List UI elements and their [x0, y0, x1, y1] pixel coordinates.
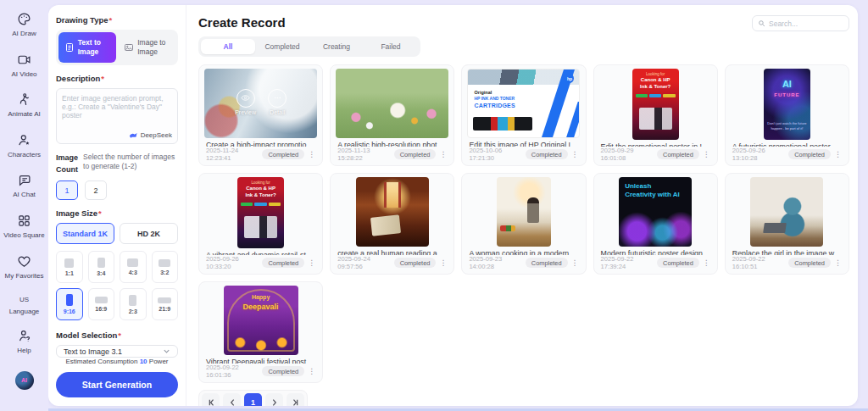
search-input[interactable] — [769, 19, 837, 28]
more-options-icon[interactable]: ⋮ — [571, 151, 579, 158]
ratio-option-1-1[interactable]: 1:1 — [56, 251, 83, 283]
more-options-icon[interactable]: ⋮ — [834, 151, 842, 158]
quality-option-standard-1k[interactable]: Standard 1K — [56, 223, 114, 244]
record-card[interactable]: A realistic,high-resolution photo of a y… — [330, 64, 454, 166]
tab-creating[interactable]: Creating — [309, 39, 364, 54]
ratio-option-21-9[interactable]: 21:9 — [152, 288, 179, 320]
more-options-icon[interactable]: ⋮ — [439, 151, 447, 158]
sidebar-item-characters[interactable]: Characters — [2, 133, 47, 159]
image-count-options: 12 — [56, 181, 178, 200]
sidebar-item-ai-video[interactable]: AI Video — [2, 53, 47, 79]
sidebar-item-label: Video Square — [2, 231, 47, 240]
sidebar: AI DrawAI VideoAnimate AICharactersAI Ch… — [0, 0, 48, 411]
record-card[interactable]: create a real human reading a book in ..… — [330, 173, 454, 275]
ratio-label: 16:9 — [95, 306, 107, 312]
more-options-icon[interactable]: ⋮ — [703, 259, 710, 267]
thumbnail-area: HappyDeepavali — [199, 282, 322, 355]
ratio-option-4-3[interactable]: 4:3 — [120, 251, 147, 283]
required-mark: * — [101, 74, 104, 83]
record-card[interactable]: UnleashCreativity with AIModern futurist… — [593, 173, 718, 275]
user-avatar[interactable]: AI — [15, 371, 34, 390]
image-count-label: Image Count — [56, 153, 78, 175]
sidebar-items: AI DrawAI VideoAnimate AICharactersAI Ch… — [2, 12, 47, 294]
record-datetime: 2025-09-22 17:39:24 — [601, 255, 654, 270]
ratio-shape-icon — [97, 258, 105, 268]
record-footer: 2025-09-23 14:00:28Completed⋮ — [462, 255, 585, 274]
page-title: Create Record — [198, 15, 286, 30]
record-footer: 2025-11-13 15:28:22Completed⋮ — [331, 147, 453, 165]
record-datetime: 2025-10-06 17:21:30 — [469, 147, 521, 162]
record-datetime: 2025-09-23 14:00:28 — [469, 255, 521, 270]
product-graphic — [244, 216, 277, 238]
record-datetime: 2025-09-22 16:10:51 — [732, 255, 785, 270]
record-datetime: 2025-11-13 15:28:22 — [337, 147, 390, 162]
start-generation-button[interactable]: Start Generation — [56, 372, 178, 397]
record-card[interactable]: AIFUTUREDon't just watch the future happ… — [725, 64, 849, 166]
sidebar-item-ai-draw[interactable]: AI Draw — [2, 12, 47, 38]
image-count-option-2[interactable]: 2 — [85, 181, 107, 200]
more-options-icon[interactable]: ⋮ — [703, 151, 710, 158]
thumbnail-area: AIFUTUREDon't just watch the future happ… — [726, 65, 849, 140]
more-options-icon[interactable]: ⋮ — [571, 259, 579, 267]
record-thumbnail — [750, 177, 823, 247]
preview-button[interactable]: Preview — [235, 89, 256, 115]
record-card[interactable]: Replace the girl in the image with a wo.… — [725, 173, 849, 275]
tab-all[interactable]: All — [201, 39, 255, 54]
sidebar-item-animate-ai[interactable]: Animate AI — [2, 92, 47, 119]
sidebar-item-help[interactable]: Help — [2, 329, 47, 355]
drawing-type-image-to-image[interactable]: Image to Image — [119, 32, 176, 63]
sidebar-item-my-favorites[interactable]: My Favorites — [2, 254, 47, 280]
first-page-button[interactable] — [202, 393, 220, 406]
record-card[interactable]: hpOriginalHP INK AND TONERCARTRIDGESEdit… — [461, 64, 586, 166]
record-card[interactable]: HappyDeepavaliVibrant Deepavali festival… — [198, 281, 323, 383]
sidebar-item-label: AI Chat — [2, 191, 47, 199]
record-title: Create a high-impact promotional pos... — [199, 138, 322, 147]
tab-failed[interactable]: Failed — [364, 39, 418, 54]
prev-page-button[interactable] — [223, 393, 241, 406]
more-options-icon[interactable]: ⋮ — [308, 259, 315, 267]
tab-completed[interactable]: Completed — [255, 39, 309, 54]
ratio-label: 1:1 — [65, 270, 74, 276]
record-card[interactable]: A woman cooking in a modern kitchen...20… — [461, 173, 586, 275]
video-camera-icon — [17, 53, 31, 67]
estimated-consumption: Estimated Consumption 10 Power — [56, 358, 178, 365]
last-page-button[interactable] — [287, 393, 304, 406]
document-icon — [64, 42, 75, 53]
language-switcher[interactable]: US Language — [9, 294, 40, 317]
required-mark: * — [118, 330, 121, 340]
record-title: A realistic,high-resolution photo of a y… — [331, 138, 453, 147]
ratio-option-9-16[interactable]: 9:16 — [56, 288, 83, 320]
thumbnail-text: OriginalHP INK AND TONERCARTRIDGES — [474, 90, 515, 110]
record-card[interactable]: PreviewDetailCreate a high-impact promot… — [198, 64, 323, 166]
more-options-icon[interactable]: ⋮ — [308, 151, 315, 158]
record-datetime: 2025-09-26 10:33:20 — [206, 255, 259, 270]
record-card[interactable]: Looking forCanon & HPInk & Toner?A vibra… — [198, 173, 323, 275]
ratio-option-2-3[interactable]: 2:3 — [120, 288, 147, 320]
status-badge: Completed — [788, 149, 831, 159]
thumbnail-area: UnleashCreativity with AI — [594, 174, 717, 247]
page-number-button[interactable]: 1 — [244, 393, 262, 406]
search-icon — [758, 19, 765, 27]
quality-option-hd-2k[interactable]: HD 2K — [120, 223, 178, 244]
record-card[interactable]: Looking forCanon & HPInk & Toner?Edit th… — [593, 64, 718, 166]
deepseek-label: DeepSeek — [141, 131, 172, 139]
model-select[interactable]: Text to Image 3.1 — [56, 345, 178, 358]
ratio-option-3-4[interactable]: 3:4 — [88, 251, 115, 283]
image-count-option-1[interactable]: 1 — [56, 181, 78, 200]
sidebar-item-video-square[interactable]: Video Square — [2, 214, 47, 240]
detail-button[interactable]: Detail — [268, 89, 287, 115]
app-shell: Drawing Type* Text to ImageImage to Imag… — [48, 5, 858, 406]
ratio-option-3-2[interactable]: 3:2 — [152, 251, 179, 283]
character-icon — [17, 133, 31, 147]
more-options-icon[interactable]: ⋮ — [439, 259, 447, 267]
ratio-option-16-9[interactable]: 16:9 — [88, 288, 115, 320]
sidebar-item-label: Animate AI — [2, 110, 47, 119]
sidebar-item-ai-chat[interactable]: AI Chat — [2, 173, 47, 199]
drawing-type-text-to-image[interactable]: Text to Image — [58, 32, 116, 63]
cartridge-graphic — [473, 117, 532, 131]
more-options-icon[interactable]: ⋮ — [308, 368, 315, 375]
more-options-icon[interactable]: ⋮ — [834, 259, 842, 267]
next-page-button[interactable] — [265, 393, 283, 406]
heart-icon — [17, 254, 31, 269]
status-badge: Completed — [657, 149, 699, 159]
